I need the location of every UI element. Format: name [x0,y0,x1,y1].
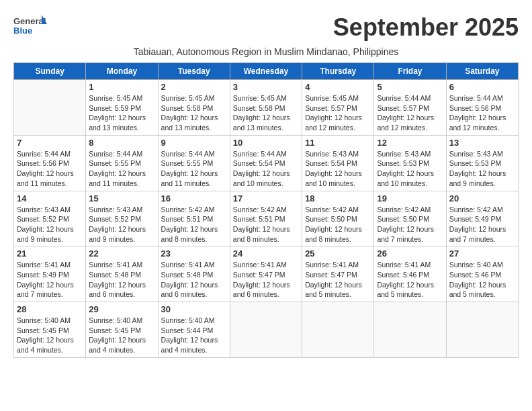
day-number: 10 [233,138,299,148]
day-number: 6 [449,82,515,92]
calendar-week-row: 21Sunrise: 5:41 AM Sunset: 5:49 PM Dayli… [14,246,519,302]
calendar-cell: 5Sunrise: 5:44 AM Sunset: 5:57 PM Daylig… [374,80,446,136]
day-number: 15 [89,193,154,203]
day-number: 13 [449,138,515,148]
day-info: Sunrise: 5:42 AM Sunset: 5:51 PM Dayligh… [233,205,299,244]
day-info: Sunrise: 5:40 AM Sunset: 5:44 PM Dayligh… [161,316,227,355]
day-number: 21 [17,248,83,259]
calendar-cell [446,302,518,358]
calendar-cell: 16Sunrise: 5:42 AM Sunset: 5:51 PM Dayli… [158,191,230,246]
day-info: Sunrise: 5:41 AM Sunset: 5:49 PM Dayligh… [17,260,83,300]
calendar-cell [230,302,302,358]
calendar-cell: 24Sunrise: 5:41 AM Sunset: 5:47 PM Dayli… [230,246,302,302]
day-info: Sunrise: 5:44 AM Sunset: 5:55 PM Dayligh… [161,149,227,189]
day-info: Sunrise: 5:40 AM Sunset: 5:45 PM Dayligh… [17,316,83,355]
calendar-cell: 14Sunrise: 5:43 AM Sunset: 5:52 PM Dayli… [14,191,86,246]
calendar-cell: 11Sunrise: 5:43 AM Sunset: 5:54 PM Dayli… [302,135,374,191]
weekday-header: Thursday [302,63,374,80]
header: General Blue September 2025 [13,13,519,44]
day-number: 24 [233,248,299,259]
calendar-cell: 15Sunrise: 5:43 AM Sunset: 5:52 PM Dayli… [86,191,158,246]
day-info: Sunrise: 5:40 AM Sunset: 5:45 PM Dayligh… [89,316,154,355]
calendar-header-row: SundayMondayTuesdayWednesdayThursdayFrid… [14,63,519,80]
calendar-cell: 30Sunrise: 5:40 AM Sunset: 5:44 PM Dayli… [158,302,230,358]
day-number: 17 [233,193,299,203]
day-number: 14 [17,193,83,203]
day-info: Sunrise: 5:42 AM Sunset: 5:50 PM Dayligh… [377,205,443,244]
calendar-cell [374,302,446,358]
calendar-week-row: 28Sunrise: 5:40 AM Sunset: 5:45 PM Dayli… [14,302,519,358]
calendar-cell: 21Sunrise: 5:41 AM Sunset: 5:49 PM Dayli… [14,246,86,302]
day-number: 4 [305,82,371,92]
day-info: Sunrise: 5:41 AM Sunset: 5:47 PM Dayligh… [305,260,371,300]
day-info: Sunrise: 5:44 AM Sunset: 5:57 PM Dayligh… [377,93,443,133]
day-number: 9 [161,138,227,148]
day-info: Sunrise: 5:41 AM Sunset: 5:47 PM Dayligh… [233,260,299,300]
calendar-cell: 17Sunrise: 5:42 AM Sunset: 5:51 PM Dayli… [230,191,302,246]
calendar-cell [302,302,374,358]
calendar-cell: 13Sunrise: 5:43 AM Sunset: 5:53 PM Dayli… [446,135,518,191]
day-info: Sunrise: 5:42 AM Sunset: 5:49 PM Dayligh… [449,205,515,244]
calendar-week-row: 7Sunrise: 5:44 AM Sunset: 5:56 PM Daylig… [14,135,519,191]
calendar-cell: 29Sunrise: 5:40 AM Sunset: 5:45 PM Dayli… [86,302,158,358]
calendar-cell: 4Sunrise: 5:45 AM Sunset: 5:57 PM Daylig… [302,80,374,136]
day-info: Sunrise: 5:45 AM Sunset: 5:58 PM Dayligh… [233,93,299,133]
svg-text:General: General [13,16,46,26]
calendar-week-row: 1Sunrise: 5:45 AM Sunset: 5:59 PM Daylig… [14,80,519,136]
day-number: 19 [377,193,443,203]
calendar-cell: 7Sunrise: 5:44 AM Sunset: 5:56 PM Daylig… [14,135,86,191]
calendar-cell: 9Sunrise: 5:44 AM Sunset: 5:55 PM Daylig… [158,135,230,191]
calendar-cell: 8Sunrise: 5:44 AM Sunset: 5:55 PM Daylig… [86,135,158,191]
calendar-cell: 6Sunrise: 5:44 AM Sunset: 5:56 PM Daylig… [446,80,518,136]
calendar-cell: 3Sunrise: 5:45 AM Sunset: 5:58 PM Daylig… [230,80,302,136]
day-info: Sunrise: 5:41 AM Sunset: 5:48 PM Dayligh… [89,260,154,300]
day-number: 16 [161,193,227,203]
calendar-cell: 23Sunrise: 5:41 AM Sunset: 5:48 PM Dayli… [158,246,230,302]
weekday-header: Wednesday [230,63,302,80]
subtitle: Tabiauan, Autonomous Region in Muslim Mi… [13,46,519,57]
weekday-header: Saturday [446,63,518,80]
day-number: 20 [449,193,515,203]
weekday-header: Sunday [14,63,86,80]
day-info: Sunrise: 5:43 AM Sunset: 5:54 PM Dayligh… [305,149,371,189]
day-number: 3 [233,82,299,92]
calendar-cell: 2Sunrise: 5:45 AM Sunset: 5:58 PM Daylig… [158,80,230,136]
month-title: September 2025 [333,13,519,42]
day-info: Sunrise: 5:44 AM Sunset: 5:55 PM Dayligh… [89,149,154,189]
weekday-header: Monday [86,63,158,80]
day-number: 2 [161,82,227,92]
day-number: 7 [17,138,83,148]
calendar-week-row: 14Sunrise: 5:43 AM Sunset: 5:52 PM Dayli… [14,191,519,246]
day-info: Sunrise: 5:45 AM Sunset: 5:58 PM Dayligh… [161,93,227,133]
logo: General Blue [13,13,50,44]
calendar-cell: 27Sunrise: 5:40 AM Sunset: 5:46 PM Dayli… [446,246,518,302]
day-number: 1 [89,82,154,92]
day-number: 12 [377,138,443,148]
calendar-cell: 22Sunrise: 5:41 AM Sunset: 5:48 PM Dayli… [86,246,158,302]
calendar-cell: 28Sunrise: 5:40 AM Sunset: 5:45 PM Dayli… [14,302,86,358]
day-info: Sunrise: 5:42 AM Sunset: 5:51 PM Dayligh… [161,205,227,244]
calendar-cell: 26Sunrise: 5:41 AM Sunset: 5:46 PM Dayli… [374,246,446,302]
calendar-cell: 18Sunrise: 5:42 AM Sunset: 5:50 PM Dayli… [302,191,374,246]
day-info: Sunrise: 5:43 AM Sunset: 5:53 PM Dayligh… [449,149,515,189]
day-info: Sunrise: 5:45 AM Sunset: 5:59 PM Dayligh… [89,93,154,133]
day-number: 5 [377,82,443,92]
calendar-cell: 10Sunrise: 5:44 AM Sunset: 5:54 PM Dayli… [230,135,302,191]
day-number: 29 [89,304,154,314]
day-number: 25 [305,248,371,259]
day-info: Sunrise: 5:44 AM Sunset: 5:56 PM Dayligh… [17,149,83,189]
day-number: 30 [161,304,227,314]
day-info: Sunrise: 5:43 AM Sunset: 5:52 PM Dayligh… [89,205,154,244]
calendar-cell: 1Sunrise: 5:45 AM Sunset: 5:59 PM Daylig… [86,80,158,136]
calendar-cell: 25Sunrise: 5:41 AM Sunset: 5:47 PM Dayli… [302,246,374,302]
day-info: Sunrise: 5:41 AM Sunset: 5:46 PM Dayligh… [377,260,443,300]
day-info: Sunrise: 5:41 AM Sunset: 5:48 PM Dayligh… [161,260,227,300]
day-number: 27 [449,248,515,259]
day-info: Sunrise: 5:40 AM Sunset: 5:46 PM Dayligh… [449,260,515,300]
day-info: Sunrise: 5:43 AM Sunset: 5:53 PM Dayligh… [377,149,443,189]
day-number: 8 [89,138,154,148]
calendar-cell: 12Sunrise: 5:43 AM Sunset: 5:53 PM Dayli… [374,135,446,191]
day-number: 11 [305,138,371,148]
day-number: 22 [89,248,154,259]
svg-text:Blue: Blue [13,26,32,36]
